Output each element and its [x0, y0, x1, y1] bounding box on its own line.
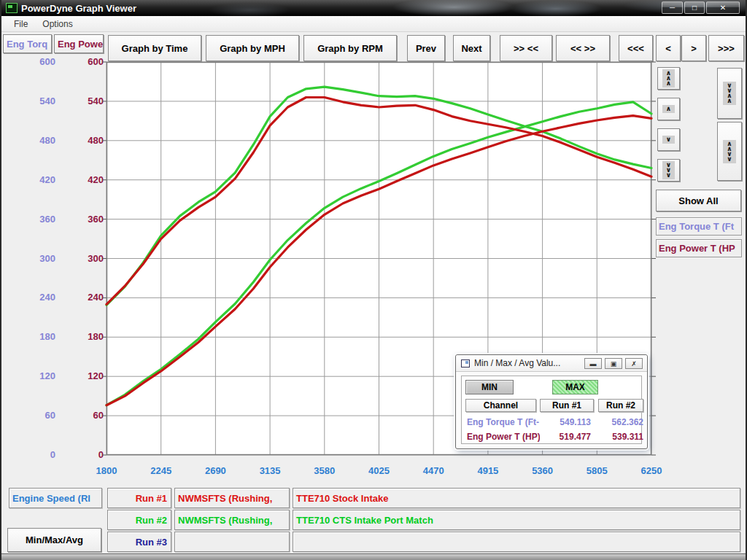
scale-button-up-up-up[interactable]: ∧∧∧: [657, 67, 680, 90]
min-toggle-button[interactable]: MIN: [465, 380, 514, 394]
minmax-maximize-icon[interactable]: ▣: [605, 358, 622, 369]
toolbar-button-graph-by-rpm[interactable]: Graph by RPM: [303, 35, 397, 61]
toolbar-button-[interactable]: >> <<: [500, 35, 552, 61]
torque-channel-label: Eng Torque T (Ft: [656, 217, 742, 236]
x-tick-4025: 4025: [357, 465, 401, 476]
y-tick-power-420: 420: [71, 174, 104, 185]
chevron-down-icon: ∨: [727, 157, 732, 162]
run-label-3: Run #3: [107, 532, 171, 552]
window-title: PowerDyne Graph Viewer: [21, 3, 136, 14]
chevron-up-icon: ∧: [666, 106, 671, 112]
x-tick-3135: 3135: [248, 465, 292, 476]
y-tick-torque-120: 120: [23, 370, 55, 381]
minmax-channel-power: Eng Power T (HP): [467, 432, 540, 442]
x-tick-5360: 5360: [521, 465, 565, 476]
minmax-body: MIN MAX ChannelRun #1Run #2Eng Torque T …: [461, 376, 642, 444]
y-tick-torque-300: 300: [23, 253, 55, 264]
menu-options[interactable]: Options: [36, 18, 79, 31]
menu-bar: File Options: [1, 16, 746, 32]
minmax-header-run-1[interactable]: Run #1: [540, 399, 594, 412]
x-tick-2245: 2245: [139, 465, 183, 476]
y-tick-torque-60: 60: [23, 410, 55, 421]
minmax-header-channel[interactable]: Channel: [465, 399, 536, 412]
x-axis-channel-label: Engine Speed (RI: [9, 488, 102, 508]
run-comment-2: TTE710 CTS Intake Port Match: [293, 510, 740, 530]
minimize-button-icon[interactable]: ─: [662, 1, 683, 14]
minmax-header-run-2[interactable]: Run #2: [598, 399, 643, 412]
toolbar-button-next[interactable]: Next: [453, 35, 490, 61]
x-tick-2690: 2690: [193, 465, 237, 476]
y-tick-power-120: 120: [71, 370, 104, 381]
minmax-window-icon: [461, 359, 470, 368]
app-icon: [6, 3, 18, 13]
min-max-avg-button[interactable]: Min/Max/Avg: [7, 528, 101, 552]
y-tick-power-540: 540: [71, 96, 104, 106]
chevron-up-icon: ∧: [666, 81, 671, 86]
toolbar-button-prev[interactable]: Prev: [407, 35, 445, 61]
y-tick-power-300: 300: [71, 253, 104, 264]
chevron-up-icon: ∧: [727, 98, 732, 104]
y-tick-torque-180: 180: [23, 331, 55, 342]
minmax-value-torque-run2: 562.362: [598, 417, 643, 427]
chevron-down-icon: ∨: [666, 173, 671, 178]
y-tick-power-180: 180: [71, 331, 104, 342]
run-label-1: Run #1: [107, 488, 171, 508]
minmax-channel-torque: Eng Torque T (Ft-: [467, 417, 540, 427]
y-tick-torque-240: 240: [23, 292, 55, 303]
max-toggle-button[interactable]: MAX: [552, 380, 598, 394]
minmax-minimize-icon[interactable]: ▬: [584, 358, 602, 369]
scale-button-down[interactable]: ∨: [657, 128, 680, 151]
toolbar-button-[interactable]: >>>: [708, 35, 744, 61]
app-window: PowerDyne Graph Viewer ─ □ ✕ File Option…: [0, 0, 747, 560]
run-file-1: NWMSFTS (Rushing,: [174, 488, 290, 508]
minmax-close-icon[interactable]: ✗: [625, 358, 643, 369]
y-tick-torque-540: 540: [23, 96, 55, 106]
scale-button-up[interactable]: ∧: [657, 98, 680, 120]
title-bar[interactable]: PowerDyne Graph Viewer ─ □ ✕: [1, 0, 746, 16]
toolbar-button-graph-by-time[interactable]: Graph by Time: [108, 35, 201, 61]
maximize-button-icon[interactable]: □: [684, 1, 705, 14]
y-tick-power-600: 600: [71, 56, 104, 67]
show-all-button[interactable]: Show All: [656, 190, 741, 211]
x-tick-6250: 6250: [630, 465, 673, 476]
toolbar-button-[interactable]: << >>: [556, 35, 610, 61]
run-label-2: Run #2: [107, 510, 171, 530]
run-comment-1: TTE710 Stock Intake: [293, 488, 740, 508]
minmax-title-bar[interactable]: Min / Max / Avg Valu... ▬ ▣ ✗: [456, 355, 647, 372]
run-file-2: NWMSFTS (Rushing,: [174, 510, 290, 530]
minmax-value-power-run1: 519.477: [540, 432, 591, 442]
toolbar-button-[interactable]: >: [681, 35, 706, 61]
y-tick-power-240: 240: [71, 292, 104, 303]
close-button-icon[interactable]: ✕: [706, 1, 740, 14]
y-tick-torque-480: 480: [23, 135, 55, 146]
scale-button-down-down-down[interactable]: ∨∨∨: [657, 159, 680, 182]
y-tick-torque-360: 360: [23, 214, 55, 225]
chevron-down-icon: ∨: [666, 137, 671, 142]
y-tick-power-480: 480: [71, 135, 104, 146]
toolbar-button-[interactable]: <<<: [619, 35, 653, 61]
zoom-out-y-button[interactable]: ∧∧∨∨: [717, 122, 742, 181]
x-tick-4915: 4915: [466, 465, 510, 476]
channel-button-power[interactable]: Eng Powe: [54, 34, 104, 53]
y-tick-torque-600: 600: [23, 56, 55, 67]
run-comment-3: [293, 532, 740, 552]
run-file-3: [174, 532, 290, 552]
y-tick-torque-420: 420: [23, 174, 55, 185]
menu-file[interactable]: File: [7, 18, 34, 31]
minmax-window-title: Min / Max / Avg Valu...: [474, 358, 560, 368]
toolbar-button-[interactable]: <: [656, 35, 681, 61]
minmax-window[interactable]: Min / Max / Avg Valu... ▬ ▣ ✗ MIN MAX Ch…: [455, 354, 648, 449]
channel-button-torque[interactable]: Eng Torq: [3, 34, 52, 53]
zoom-in-y-button[interactable]: ∨∨∧∧: [717, 68, 742, 119]
toolbar-button-graph-by-mph[interactable]: Graph by MPH: [206, 35, 299, 61]
window-resize-border[interactable]: [1, 553, 746, 560]
y-tick-power-0: 0: [71, 449, 104, 460]
minmax-value-torque-run1: 549.113: [540, 417, 591, 427]
x-tick-1800: 1800: [85, 465, 128, 476]
x-tick-4470: 4470: [411, 465, 455, 476]
x-tick-5805: 5805: [575, 465, 619, 476]
power-channel-label: Eng Power T (HP: [656, 239, 742, 257]
x-tick-3580: 3580: [303, 465, 347, 476]
y-tick-power-360: 360: [71, 214, 104, 225]
y-tick-torque-0: 0: [23, 449, 55, 460]
